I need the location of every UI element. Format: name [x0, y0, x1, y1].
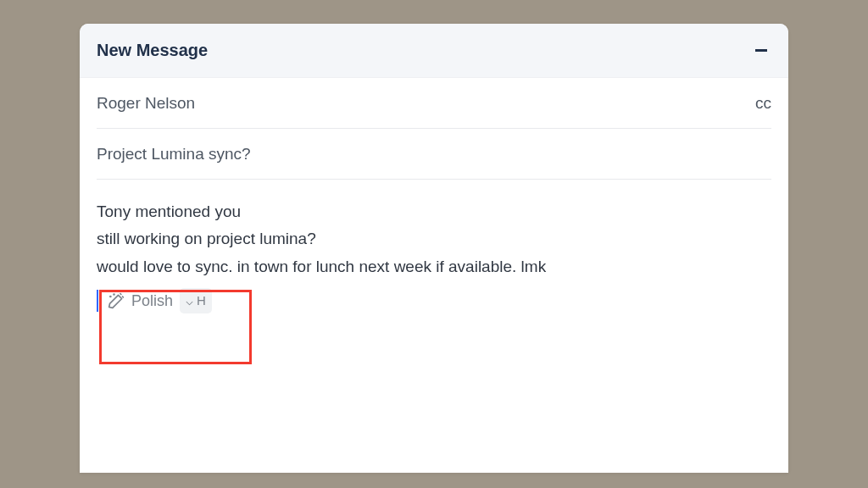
subject-value: Project Lumina sync?: [97, 145, 771, 164]
recipient-value: Roger Nelson: [97, 94, 755, 113]
shortcut-modifier: ⌵: [186, 290, 193, 312]
subject-row[interactable]: Project Lumina sync?: [97, 129, 771, 180]
svg-point-1: [114, 294, 114, 295]
compose-window: New Message Roger Nelson cc Project Lumi…: [80, 24, 788, 473]
shortcut-key: H: [197, 290, 206, 312]
recipient-row[interactable]: Roger Nelson cc: [97, 78, 771, 129]
body-line: would love to sync. in town for lunch ne…: [97, 253, 771, 280]
body-line: Tony mentioned you: [97, 198, 771, 225]
magic-wand-icon: [108, 292, 125, 309]
keyboard-shortcut-badge: ⌵ H: [180, 288, 212, 313]
minimize-button[interactable]: [753, 42, 770, 59]
suggestion-label: Polish: [131, 288, 173, 314]
header-fields: Roger Nelson cc Project Lumina sync?: [80, 78, 788, 180]
svg-point-0: [110, 297, 111, 297]
titlebar: New Message: [80, 24, 788, 78]
body-line: still working on project lumina?: [97, 225, 771, 252]
minimize-icon: [755, 49, 767, 52]
message-body[interactable]: Tony mentioned you still working on proj…: [80, 180, 788, 316]
text-cursor: [97, 290, 98, 312]
polish-suggestion-button[interactable]: Polish ⌵ H: [105, 286, 218, 317]
cc-button[interactable]: cc: [755, 94, 771, 113]
inline-suggestion-row: Polish ⌵ H: [97, 286, 771, 317]
window-title: New Message: [97, 41, 753, 60]
